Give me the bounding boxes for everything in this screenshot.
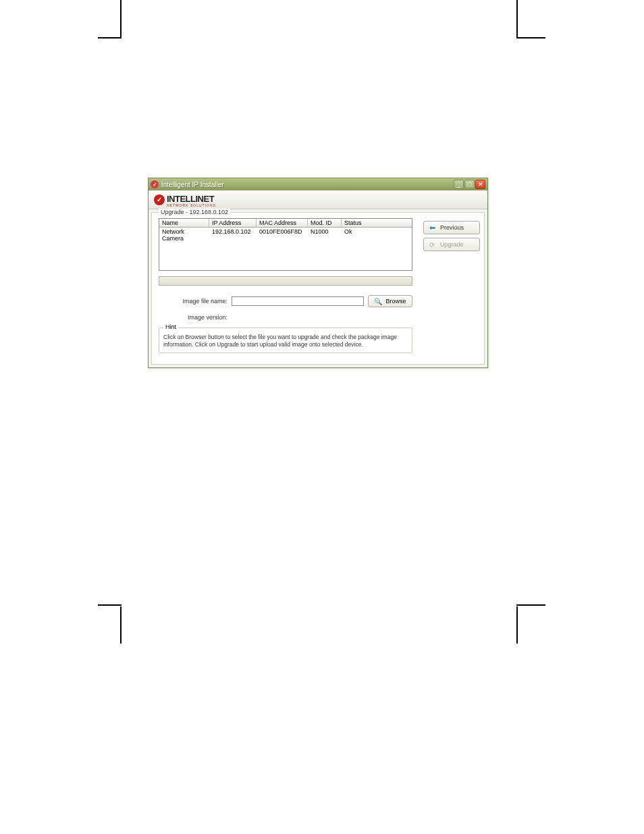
image-file-label: Image file name: — [179, 298, 227, 305]
upgrade-label: Upgrade — [440, 241, 464, 248]
cell-mod: N1000 — [308, 228, 342, 242]
crop-mark — [516, 604, 545, 606]
col-header-ip[interactable]: IP Address — [209, 219, 257, 227]
close-button[interactable]: ✕ — [475, 180, 485, 189]
table-row[interactable]: Network Camera 192.168.0.102 0010FE006F8… — [159, 228, 412, 242]
crop-mark — [120, 0, 122, 37]
col-header-status[interactable]: Status — [342, 219, 412, 227]
crop-mark — [516, 606, 518, 644]
hint-text: Click on Browser button to select the fi… — [163, 334, 408, 348]
table-body: Network Camera 192.168.0.102 0010FE006F8… — [159, 228, 412, 270]
refresh-icon: ⟳ — [428, 241, 436, 249]
col-header-mod[interactable]: Mod. ID — [308, 219, 342, 227]
app-window: Intelligent IP Installer _ □ ✕ INTELLINE… — [148, 178, 488, 368]
cell-ip: 192.168.0.102 — [209, 228, 257, 242]
window-title: Intelligent IP Installer — [161, 181, 451, 188]
brand-logo: INTELLINET NETWORK SOLUTIONS — [154, 192, 216, 207]
main-panel: Upgrade - 192.168.0.102 Name IP Address … — [152, 213, 419, 364]
logo-subtitle: NETWORK SOLUTIONS — [167, 204, 216, 207]
previous-label: Previous — [440, 224, 464, 231]
app-icon — [151, 180, 159, 188]
crop-mark — [516, 0, 518, 37]
image-file-input[interactable] — [232, 296, 364, 306]
device-table: Name IP Address MAC Address Mod. ID Stat… — [159, 218, 412, 271]
progress-bar — [159, 276, 412, 286]
logo-bar: INTELLINET NETWORK SOLUTIONS — [149, 190, 487, 209]
minimize-button[interactable]: _ — [454, 180, 464, 189]
browse-button[interactable]: 🔍 Browse — [368, 295, 412, 307]
col-header-mac[interactable]: MAC Address — [257, 219, 308, 227]
logo-icon — [154, 194, 165, 205]
crop-mark — [120, 606, 122, 644]
previous-button[interactable]: ⬅ Previous — [423, 221, 480, 234]
browse-label: Browse — [385, 298, 406, 305]
crop-mark — [98, 604, 122, 606]
col-header-name[interactable]: Name — [159, 219, 209, 227]
crop-mark — [516, 37, 545, 38]
crop-mark — [98, 37, 122, 38]
side-panel: ⬅ Previous ⟳ Upgrade — [419, 213, 484, 364]
arrow-left-icon: ⬅ — [428, 224, 436, 232]
hint-title: Hint — [163, 323, 178, 330]
cell-status: Ok — [342, 228, 412, 242]
image-version-label: Image version: — [179, 314, 227, 321]
search-icon: 🔍 — [374, 298, 382, 305]
hint-group: Hint Click on Browser button to select t… — [159, 328, 412, 353]
content-area: Upgrade - 192.168.0.102 Name IP Address … — [151, 212, 485, 365]
maximize-button[interactable]: □ — [464, 180, 475, 189]
group-title: Upgrade - 192.168.0.102 — [159, 209, 230, 215]
cell-name: Network Camera — [159, 228, 209, 242]
upgrade-button[interactable]: ⟳ Upgrade — [423, 238, 480, 251]
cell-mac: 0010FE006F8D — [257, 228, 308, 242]
table-header: Name IP Address MAC Address Mod. ID Stat… — [159, 219, 412, 228]
logo-text: INTELLINET — [167, 194, 214, 204]
titlebar[interactable]: Intelligent IP Installer _ □ ✕ — [149, 178, 487, 190]
